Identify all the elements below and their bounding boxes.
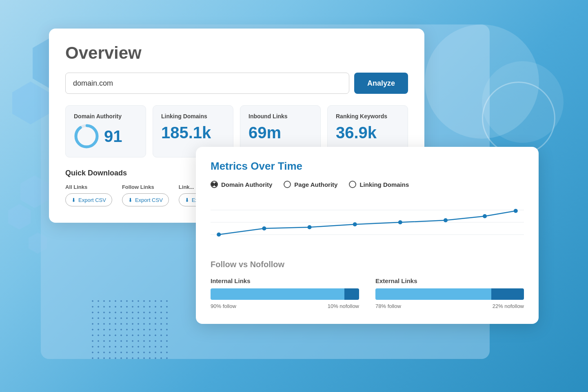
follow-vs-nofollow-title: Follow vs Nofollow: [211, 260, 524, 269]
radio-linking-domains[interactable]: Linking Domains: [349, 181, 409, 188]
radio-dot-ld: [349, 181, 356, 188]
chart-point-8: [514, 209, 518, 213]
metrics-over-time-title: Metrics Over Time: [211, 160, 524, 173]
radio-dot-da: [211, 181, 218, 188]
export-all-label: Export CSV: [78, 197, 106, 203]
external-links-label: External Links: [375, 277, 524, 284]
chart-point-2: [262, 226, 266, 230]
export-all-links-button[interactable]: ⬇ Export CSV: [65, 193, 112, 206]
overview-title: Overview: [65, 43, 408, 63]
external-links-col: External Links 78% follow 22% nofollow: [375, 277, 524, 309]
metric-card-domain-authority: Domain Authority 91: [65, 105, 146, 157]
export-follow-label: Export CSV: [135, 197, 163, 203]
metric-value-il: 69m: [249, 124, 281, 142]
external-links-bar: [375, 288, 524, 300]
downloads-col-label-follow: Follow Links: [122, 184, 169, 190]
metric-label-ld: Linking Domains: [161, 113, 225, 120]
search-row: Analyze: [65, 73, 408, 94]
download-icon-link: ⬇: [185, 197, 189, 203]
radio-label-da: Domain Authority: [221, 181, 272, 188]
circle-decoration-3: [482, 82, 555, 155]
downloads-col-label-all: All Links: [65, 184, 112, 190]
radio-label-pa: Page Authority: [294, 181, 337, 188]
internal-links-bar: [211, 288, 359, 300]
da-gauge-icon: [74, 124, 99, 149]
metric-label-da: Domain Authority: [74, 113, 138, 120]
external-follow-fill: [375, 288, 491, 300]
chart-point-4: [353, 222, 357, 226]
external-follow-label: 78% follow: [375, 303, 401, 309]
external-bar-labels: 78% follow 22% nofollow: [375, 303, 524, 309]
search-input[interactable]: [65, 73, 349, 94]
metric-value-row-da: 91: [74, 124, 138, 149]
metric-label-rk: Ranking Keywords: [336, 113, 399, 120]
dot-pattern: [90, 298, 171, 359]
chart-point-1: [217, 233, 221, 237]
internal-links-col: Internal Links 90% follow 10% nofollow: [211, 277, 359, 309]
metric-value-da: 91: [104, 127, 122, 146]
metric-value-ld: 185.1k: [161, 124, 211, 142]
internal-follow-label: 90% follow: [211, 303, 236, 309]
analyze-button[interactable]: Analyze: [354, 73, 408, 94]
internal-bar-labels: 90% follow 10% nofollow: [211, 303, 359, 309]
metric-value-row-il: 69m: [249, 124, 312, 142]
chart-point-7: [483, 214, 487, 218]
internal-follow-fill: [211, 288, 344, 300]
downloads-col-follow-links: Follow Links ⬇ Export CSV: [122, 184, 169, 206]
internal-links-label: Internal Links: [211, 277, 359, 284]
chart-line: [219, 211, 516, 235]
external-nofollow-label: 22% nofollow: [493, 303, 524, 309]
chart-point-3: [307, 225, 311, 229]
radio-page-authority[interactable]: Page Authority: [284, 181, 337, 188]
export-follow-links-button[interactable]: ⬇ Export CSV: [122, 193, 169, 206]
chart-svg: [211, 198, 524, 247]
metric-value-row-rk: 36.9k: [336, 124, 399, 142]
metrics-over-time-card: Metrics Over Time Domain Authority Page …: [196, 147, 539, 324]
external-nofollow-fill: [491, 288, 524, 300]
follow-row: Internal Links 90% follow 10% nofollow E…: [211, 277, 524, 309]
metrics-chart: [211, 198, 524, 247]
internal-nofollow-label: 10% nofollow: [328, 303, 359, 309]
radio-options-row: Domain Authority Page Authority Linking …: [211, 181, 524, 188]
follow-vs-nofollow-section: Follow vs Nofollow Internal Links 90% fo…: [211, 260, 524, 309]
metric-value-rk: 36.9k: [336, 124, 377, 142]
chart-point-5: [398, 220, 402, 224]
download-icon-all: ⬇: [71, 197, 76, 203]
radio-label-ld: Linking Domains: [359, 181, 409, 188]
radio-fill-da: [211, 182, 214, 186]
internal-nofollow-fill: [344, 288, 359, 300]
metric-label-il: Inbound Links: [249, 113, 312, 120]
metric-value-row-ld: 185.1k: [161, 124, 225, 142]
hex-decoration-4: [8, 204, 31, 230]
downloads-col-all-links: All Links ⬇ Export CSV: [65, 184, 112, 206]
radio-domain-authority[interactable]: Domain Authority: [211, 181, 272, 188]
radio-dot-pa: [284, 181, 291, 188]
chart-point-6: [444, 218, 448, 222]
download-icon-follow: ⬇: [128, 197, 133, 203]
svg-point-1: [76, 126, 97, 147]
